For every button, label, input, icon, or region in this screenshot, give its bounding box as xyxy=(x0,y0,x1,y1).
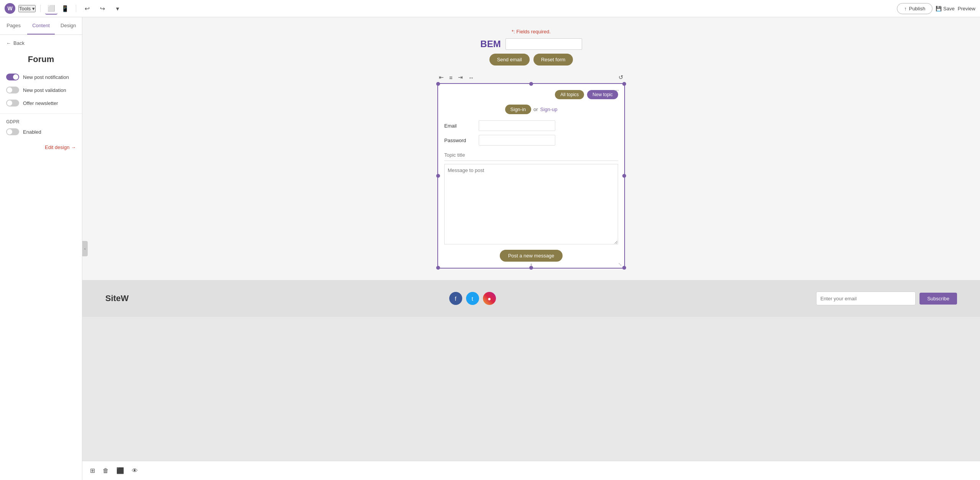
align-center-btn[interactable]: ≡ xyxy=(448,74,454,82)
toggle-new-post-notification[interactable] xyxy=(6,74,19,80)
mobile-device-btn[interactable]: 📱 xyxy=(59,2,71,15)
signin-button[interactable]: Sign-in xyxy=(505,105,531,114)
resize-handle[interactable]: ⤡ xyxy=(618,262,622,267)
tab-design[interactable]: Design xyxy=(55,17,82,34)
toolbar-separator xyxy=(40,5,41,12)
sidebar: Pages Content Design ← Back Forum New po… xyxy=(0,17,82,480)
expand-btn[interactable]: ↔ xyxy=(467,74,476,82)
reset-form-button[interactable]: Reset form xyxy=(533,54,573,66)
widget-bottom: Post a new message xyxy=(444,250,618,262)
main-layout: Pages Content Design ← Back Forum New po… xyxy=(0,0,980,480)
sidebar-items-section: New post notification New post validatio… xyxy=(0,70,82,110)
widget-more-options[interactable]: ··· xyxy=(614,87,619,94)
forum-widget: ··· All topics New topic Sign-in or Sign… xyxy=(437,83,625,269)
corner-handle-rm[interactable] xyxy=(622,174,626,178)
bottom-toolbar: ⊞ 🗑 ⬛ 👁 xyxy=(82,461,980,480)
corner-handle-lm[interactable] xyxy=(436,174,440,178)
footer: SiteW f t ● Subscribe xyxy=(82,280,980,317)
corner-handle-tr[interactable] xyxy=(622,82,626,86)
newsletter-email-input[interactable] xyxy=(816,292,916,305)
signin-row: Sign-in or Sign-up xyxy=(444,105,618,114)
tab-content[interactable]: Content xyxy=(27,17,54,34)
sidebar-title: Forum xyxy=(0,51,82,70)
collapse-sidebar-handle[interactable]: ‹ xyxy=(82,241,88,256)
align-left-btn[interactable]: ⇤ xyxy=(437,73,445,82)
or-text: or xyxy=(533,106,538,112)
form-buttons: Send email Reset form xyxy=(489,54,573,66)
facebook-button[interactable]: f xyxy=(449,292,462,305)
top-toolbar: W Tools ▾ ⬜ 📱 ↩ ↪ ▾ ↑ Publish 💾 Save Pre… xyxy=(0,0,980,17)
save-icon: 💾 xyxy=(936,6,942,11)
topic-title-input[interactable] xyxy=(444,149,618,161)
publish-button[interactable]: ↑ Publish xyxy=(897,3,933,14)
more-history-btn[interactable]: ▾ xyxy=(111,2,124,15)
gdpr-enabled-label: Enabled xyxy=(23,129,41,135)
new-post-notification-label: New post notification xyxy=(23,74,69,80)
corner-handle-tm[interactable] xyxy=(529,82,533,86)
toggle-new-post-validation[interactable] xyxy=(6,87,19,93)
sidebar-tabs: Pages Content Design xyxy=(0,17,82,35)
form-section: *: Fields required. BEM Send email Reset… xyxy=(480,29,582,66)
widget-toolbar: ⇤ ≡ ⇥ ↔ ↺ xyxy=(437,73,625,82)
instagram-button[interactable]: ● xyxy=(483,292,496,305)
logo-icon: W xyxy=(5,3,15,14)
twitter-button[interactable]: t xyxy=(466,292,479,305)
refresh-widget-btn[interactable]: ↺ xyxy=(617,73,625,82)
message-textarea[interactable] xyxy=(444,164,618,244)
sidebar-divider xyxy=(0,113,82,114)
sidebar-item-new-post-notification: New post notification xyxy=(5,70,77,84)
widget-top-bar: All topics New topic xyxy=(444,90,618,99)
password-input[interactable] xyxy=(479,135,555,146)
chevron-down-icon: ▾ xyxy=(32,6,35,11)
new-post-validation-label: New post validation xyxy=(23,87,66,93)
footer-brand: SiteW xyxy=(105,293,129,303)
toolbar-separator-2 xyxy=(76,5,76,12)
preview-button[interactable]: Preview xyxy=(958,6,975,11)
toolbar-right: ↑ Publish 💾 Save Preview xyxy=(897,3,975,14)
visibility-button[interactable]: 👁 xyxy=(130,466,139,476)
gdpr-label: GDPR xyxy=(5,118,77,125)
bem-input[interactable] xyxy=(506,38,582,50)
signup-link[interactable]: Sign-up xyxy=(540,106,558,112)
corner-handle-tl[interactable] xyxy=(436,82,440,86)
toggle-gdpr-enabled[interactable] xyxy=(6,128,19,135)
gdpr-section: GDPR Enabled xyxy=(0,118,82,138)
bem-row: BEM xyxy=(480,38,582,50)
sidebar-item-new-post-validation: New post validation xyxy=(5,84,77,97)
corner-handle-bl[interactable] xyxy=(436,266,440,270)
save-button[interactable]: 💾 Save xyxy=(936,6,955,11)
undo-button[interactable]: ↩ xyxy=(81,2,93,15)
toggle-offer-newsletter[interactable] xyxy=(6,100,19,106)
subscribe-button[interactable]: Subscribe xyxy=(919,293,957,305)
publish-icon: ↑ xyxy=(904,6,907,11)
delete-button[interactable]: 🗑 xyxy=(101,466,110,476)
align-right-btn[interactable]: ⇥ xyxy=(456,73,465,82)
device-buttons: ⬜ 📱 xyxy=(45,2,71,15)
back-button[interactable]: ← Back xyxy=(0,35,82,51)
back-arrow-icon: ← xyxy=(6,40,11,46)
email-input[interactable] xyxy=(479,120,555,131)
tools-menu[interactable]: Tools ▾ xyxy=(18,5,36,12)
canvas-area: ‹ *: Fields required. BEM Send email Res… xyxy=(82,17,980,480)
send-email-button[interactable]: Send email xyxy=(489,54,530,66)
edit-design-link[interactable]: Edit design → xyxy=(0,138,82,156)
email-row: Email xyxy=(444,120,618,131)
desktop-device-btn[interactable]: ⬜ xyxy=(45,2,57,15)
fields-required-text: *: Fields required. xyxy=(512,29,551,34)
align-handle[interactable]: ⬍ xyxy=(530,263,533,267)
post-message-button[interactable]: Post a new message xyxy=(500,250,563,262)
password-label: Password xyxy=(444,138,479,143)
sidebar-item-gdpr-enabled: Enabled xyxy=(5,125,77,138)
sidebar-item-offer-newsletter: Offer newsletter xyxy=(5,97,77,110)
tab-pages[interactable]: Pages xyxy=(0,17,27,34)
password-row: Password xyxy=(444,135,618,146)
footer-social: f t ● xyxy=(449,292,496,305)
layers-button[interactable]: ⬛ xyxy=(115,465,126,476)
redo-button[interactable]: ↪ xyxy=(96,2,108,15)
add-block-button[interactable]: ⊞ xyxy=(88,465,97,476)
all-topics-button[interactable]: All topics xyxy=(555,90,584,99)
corner-handle-br[interactable] xyxy=(622,266,626,270)
widget-toolbar-left: ⇤ ≡ ⇥ ↔ xyxy=(437,73,476,82)
offer-newsletter-label: Offer newsletter xyxy=(23,100,58,106)
page-content: *: Fields required. BEM Send email Reset… xyxy=(82,17,980,280)
